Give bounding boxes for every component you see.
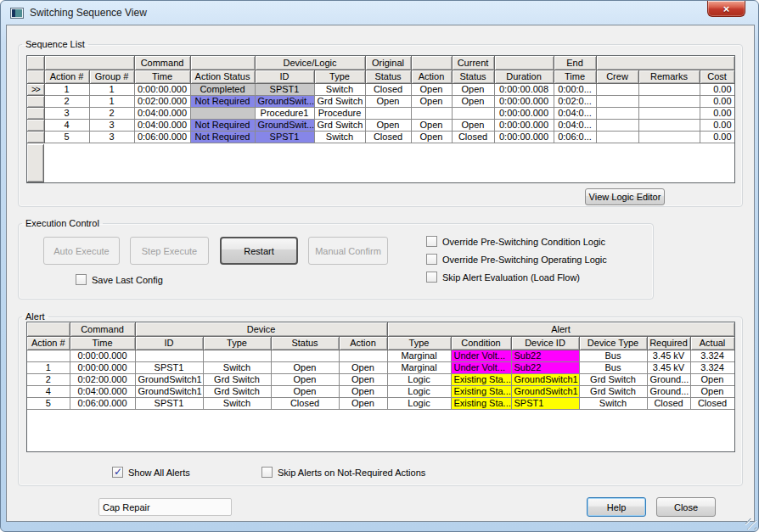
cell[interactable]: Open bbox=[452, 83, 494, 95]
step-execute-button[interactable]: Step Execute bbox=[130, 237, 209, 265]
override-condition-logic-checkbox[interactable]: Override Pre-Switching Condition Logic bbox=[426, 236, 605, 247]
cell[interactable]: Marginal bbox=[387, 361, 451, 373]
cell[interactable]: Procedure1 bbox=[255, 107, 314, 119]
cell[interactable]: Logic bbox=[387, 385, 451, 397]
cell[interactable]: Open bbox=[365, 95, 411, 107]
cell[interactable] bbox=[638, 83, 700, 95]
cell[interactable]: Closed bbox=[365, 131, 411, 143]
cell[interactable]: SPST1 bbox=[135, 397, 203, 409]
cell[interactable] bbox=[271, 350, 339, 361]
cell[interactable]: Open bbox=[452, 95, 494, 107]
cell[interactable] bbox=[203, 350, 271, 361]
cell[interactable]: 3.45 kV bbox=[647, 350, 690, 361]
cell[interactable]: Open bbox=[411, 83, 452, 95]
cell[interactable]: 0.00 bbox=[700, 83, 734, 95]
cell[interactable] bbox=[638, 131, 700, 143]
cell[interactable]: Open bbox=[271, 361, 339, 373]
cell[interactable]: 0:00:0... bbox=[554, 83, 596, 95]
cell[interactable]: Open bbox=[339, 373, 387, 385]
cell[interactable]: 1 bbox=[89, 83, 134, 95]
row-selector[interactable] bbox=[27, 95, 44, 107]
row-selector[interactable] bbox=[27, 131, 44, 143]
cell[interactable]: Completed bbox=[190, 83, 255, 95]
cell[interactable]: GroundSwitch1 bbox=[511, 373, 579, 385]
cell[interactable]: 0:00:00.000 bbox=[494, 119, 554, 131]
cell[interactable]: Not Required bbox=[190, 95, 255, 107]
cell[interactable]: Bus bbox=[579, 361, 647, 373]
cell[interactable] bbox=[27, 350, 70, 361]
cell[interactable]: Closed bbox=[647, 397, 690, 409]
cell[interactable]: 0:04:00.000 bbox=[134, 119, 190, 131]
cell[interactable]: Logic bbox=[387, 397, 451, 409]
skip-alerts-not-required-checkbox[interactable]: Skip Alerts on Not-Required Actions bbox=[261, 467, 425, 478]
cell[interactable]: Existing Sta... bbox=[451, 385, 511, 397]
restart-button[interactable]: Restart bbox=[220, 237, 298, 265]
cell[interactable]: Open bbox=[411, 119, 452, 131]
cell[interactable]: 0:02:00.000 bbox=[134, 95, 190, 107]
cell[interactable]: 1 bbox=[89, 95, 134, 107]
cell[interactable]: 1 bbox=[27, 361, 70, 373]
cell[interactable] bbox=[596, 119, 638, 131]
cell[interactable]: 2 bbox=[44, 95, 89, 107]
cell[interactable]: Grd Switch bbox=[203, 385, 271, 397]
cell[interactable]: 0.00 bbox=[700, 95, 734, 107]
cell[interactable]: 0:04:0... bbox=[554, 119, 596, 131]
cell[interactable]: Open bbox=[411, 95, 452, 107]
cell[interactable]: 0:00:00.000 bbox=[494, 107, 554, 119]
cell[interactable]: Closed bbox=[365, 83, 411, 95]
cell[interactable]: 0:00:00.000 bbox=[70, 350, 135, 361]
cell[interactable]: Existing Sta... bbox=[451, 373, 511, 385]
cell[interactable]: Sub22 bbox=[511, 350, 579, 361]
cell[interactable]: SPST1 bbox=[255, 131, 314, 143]
row-selector[interactable]: >> bbox=[27, 83, 44, 95]
cell[interactable]: Grd Switch bbox=[314, 119, 365, 131]
close-button[interactable]: × bbox=[707, 1, 745, 17]
cell[interactable] bbox=[452, 107, 494, 119]
cell[interactable] bbox=[596, 107, 638, 119]
cell[interactable]: Open bbox=[339, 361, 387, 373]
cell[interactable]: 0.00 bbox=[700, 131, 734, 143]
cell[interactable]: Switch bbox=[314, 131, 365, 143]
cell[interactable] bbox=[596, 83, 638, 95]
cell[interactable]: 3.324 bbox=[690, 361, 734, 373]
cell[interactable] bbox=[638, 119, 700, 131]
auto-execute-button[interactable]: Auto Execute bbox=[43, 237, 120, 265]
cell[interactable]: 3 bbox=[89, 131, 134, 143]
close-dialog-button[interactable]: Close bbox=[656, 497, 716, 517]
cell[interactable]: Not Required bbox=[190, 119, 255, 131]
cell[interactable]: Closed bbox=[271, 397, 339, 409]
cell[interactable]: SPST1 bbox=[511, 397, 579, 409]
title-bar[interactable]: Switching Sequence View × bbox=[1, 1, 758, 25]
row-selector[interactable] bbox=[27, 119, 44, 131]
cell[interactable] bbox=[135, 350, 203, 361]
cell[interactable]: Switch bbox=[579, 397, 647, 409]
cell[interactable]: 0:04:00.000 bbox=[70, 385, 135, 397]
cell[interactable]: 0:02:0... bbox=[554, 95, 596, 107]
cell[interactable]: Grd Switch bbox=[314, 95, 365, 107]
view-logic-editor-button[interactable]: View Logic Editor bbox=[585, 188, 665, 205]
cell[interactable]: 2 bbox=[89, 107, 134, 119]
cell[interactable]: Grd Switch bbox=[203, 373, 271, 385]
cell[interactable]: 4 bbox=[44, 119, 89, 131]
cell[interactable]: 0:06:0... bbox=[554, 131, 596, 143]
cell[interactable]: Switch bbox=[203, 361, 271, 373]
cell[interactable]: Not Required bbox=[190, 131, 255, 143]
cell[interactable]: Ground... bbox=[647, 373, 690, 385]
cell[interactable]: 1 bbox=[44, 83, 89, 95]
cell[interactable]: 0:00:00.000 bbox=[494, 95, 554, 107]
manual-confirm-button[interactable]: Manual Confirm bbox=[308, 237, 388, 265]
cell[interactable] bbox=[596, 131, 638, 143]
cell[interactable]: 0.00 bbox=[700, 119, 734, 131]
cell[interactable]: 0:00:00.008 bbox=[494, 83, 554, 95]
cell[interactable]: Switch bbox=[203, 397, 271, 409]
cell[interactable]: GroundSwit... bbox=[255, 119, 314, 131]
cell[interactable]: 0:06:00.000 bbox=[134, 131, 190, 143]
cell[interactable]: Under Volt... bbox=[451, 350, 511, 361]
cell[interactable] bbox=[411, 107, 452, 119]
cell[interactable]: 3 bbox=[44, 107, 89, 119]
cell[interactable]: GroundSwitch1 bbox=[135, 385, 203, 397]
config-name-field[interactable] bbox=[98, 498, 232, 516]
cell[interactable]: Open bbox=[271, 385, 339, 397]
cell[interactable]: Logic bbox=[387, 373, 451, 385]
cell[interactable]: Ground... bbox=[647, 385, 690, 397]
